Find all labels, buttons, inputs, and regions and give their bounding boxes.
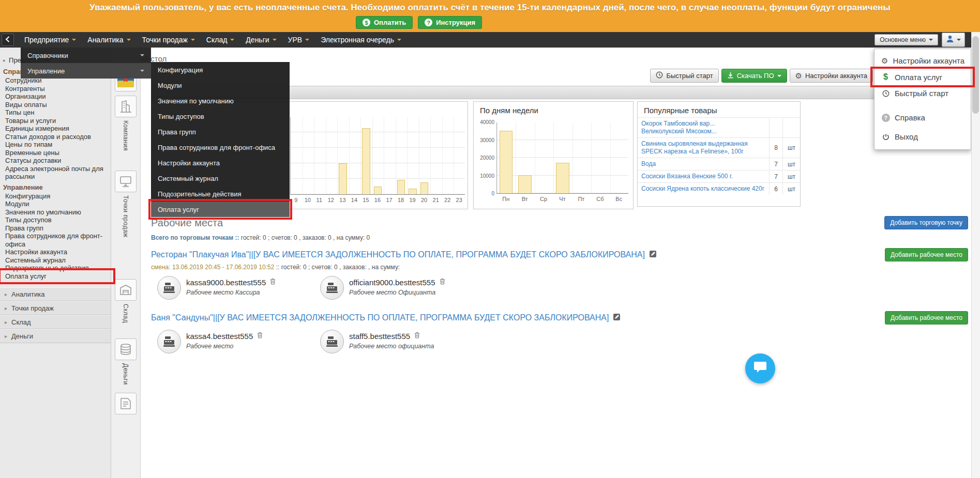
management-menu-item-4[interactable]: Права групп: [151, 124, 290, 140]
sidebar-item[interactable]: Статусы доставки: [0, 157, 111, 165]
menubar-item-2[interactable]: Точки продаж: [137, 32, 201, 48]
pos-icon[interactable]: [115, 171, 137, 192]
product-link[interactable]: Вода: [638, 158, 769, 170]
trash-icon[interactable]: [414, 331, 420, 341]
sidebar-section-2[interactable]: ▸Склад: [0, 315, 111, 329]
sidebar-item[interactable]: Значения по умолчанию: [0, 208, 111, 217]
doc-icon[interactable]: [115, 393, 137, 414]
workstation-name[interactable]: officiant9000.besttest555: [349, 278, 435, 287]
rail-item-doc[interactable]: [114, 393, 137, 414]
outlet-link[interactable]: Баня "Сандуны"||[У ВАС ИМЕЕТСЯ ЗАДОЛЖЕНН…: [151, 313, 609, 322]
sidebar-section-3[interactable]: ▸Деньги: [0, 329, 111, 343]
management-menu-item-8[interactable]: Подозрительные действия: [151, 186, 290, 202]
user-menu-item-0[interactable]: ⚙Настройки аккаунта: [875, 53, 971, 69]
x-axis-label: Ср: [534, 196, 553, 202]
trash-icon[interactable]: [440, 277, 445, 287]
chat-widget-button[interactable]: [745, 353, 775, 383]
add-outlet-button[interactable]: Добавить торговую точку: [884, 216, 968, 229]
management-menu-item-3[interactable]: Типы доступов: [151, 109, 290, 124]
sidebar-item[interactable]: Настройки аккаунта: [0, 248, 111, 256]
sidebar-item[interactable]: Права групп: [0, 224, 111, 233]
outlet-link[interactable]: Ресторан "Плакучая Ива"||[У ВАС ИМЕЕТСЯ …: [151, 250, 645, 259]
sidebar-item[interactable]: Системный журнал: [0, 256, 111, 265]
instruction-button[interactable]: ?Инструкция: [418, 16, 482, 29]
chart-bar: [409, 189, 417, 194]
gear-icon: ⚙: [881, 57, 888, 65]
sidebar-item[interactable]: Адреса электронной почты для рассылки: [0, 165, 111, 181]
product-link[interactable]: Свинина сыровяленая выдержанная SPECK на…: [638, 138, 769, 158]
management-menu-item-2[interactable]: Значения по умолчанию: [151, 93, 290, 109]
rail-item-money[interactable]: Деньги: [114, 338, 137, 385]
product-link[interactable]: Сосиски Вязанка Венские 500 г.: [638, 171, 769, 182]
workstation-name[interactable]: kassa4.besttest555: [186, 332, 253, 341]
trash-icon[interactable]: [257, 331, 263, 341]
add-workplace-button[interactable]: Добавить рабочее место: [885, 311, 968, 325]
warehouse-icon[interactable]: [115, 279, 137, 301]
sidebar-item[interactable]: Статьи доходов и расходов: [0, 133, 111, 141]
rail-item-pos[interactable]: Точки продаж: [114, 171, 137, 238]
menubar-item-6[interactable]: Электронная очередь: [315, 32, 407, 48]
management-menu-item-7[interactable]: Системный журнал: [151, 171, 290, 186]
main-menu-button[interactable]: Основное меню: [875, 34, 938, 45]
edit-icon[interactable]: [649, 250, 657, 260]
y-axis-label: 20000: [475, 155, 494, 161]
menubar-item-0[interactable]: Предприятие: [19, 32, 82, 48]
menubar-item-1[interactable]: Аналитика: [82, 32, 136, 48]
workstation-card: officiant9000.besttest555Рабочее место О…: [320, 276, 475, 300]
toolbar-button-0[interactable]: Быстрый старт: [650, 69, 718, 83]
edit-icon[interactable]: [613, 313, 621, 323]
menubar-item-5[interactable]: УРВ: [282, 32, 315, 48]
sidebar-item-oplata-uslug[interactable]: Оплата услуг: [0, 272, 111, 281]
money-icon[interactable]: [115, 338, 137, 360]
sidebar-item[interactable]: Права сотрудников для фронт-офиса: [0, 232, 111, 248]
sidebar-item[interactable]: Организации: [0, 92, 111, 101]
product-link[interactable]: Сосиски Ядрена копоть классические 420г: [638, 183, 769, 195]
question-circle-icon: ?: [425, 19, 432, 26]
enterprise-menu-item-0[interactable]: Справочники: [21, 48, 151, 63]
back-button[interactable]: [2, 34, 14, 46]
enterprise-menu-item-1[interactable]: Управление: [21, 63, 151, 79]
user-menu-item-2[interactable]: Быстрый старт: [875, 85, 971, 101]
sidebar-group-header-1[interactable]: Управление: [0, 183, 111, 192]
management-menu-item-5[interactable]: Права сотрудников для фронт-офиса: [151, 140, 290, 155]
company-icon[interactable]: [115, 96, 137, 117]
sidebar-item[interactable]: Единицы измерения: [0, 125, 111, 133]
sidebar-item[interactable]: Товары и услуги: [0, 117, 111, 125]
rail-label: Склад: [122, 304, 129, 323]
sidebar-item[interactable]: Подозрительные действия: [0, 264, 111, 272]
toolbar-button-1[interactable]: Скачать ПО: [721, 69, 787, 83]
trash-icon[interactable]: [270, 277, 276, 287]
management-menu-item-0[interactable]: Конфигурация: [151, 62, 290, 78]
workstation-name[interactable]: staff5.besttest555: [349, 332, 410, 341]
rail-item-company[interactable]: Компания: [114, 96, 137, 151]
management-menu-item-6[interactable]: Настройки аккаунта: [151, 155, 290, 171]
menubar-item-4[interactable]: Деньги: [240, 32, 282, 48]
sidebar-section-1[interactable]: ▸Точки продаж: [0, 301, 111, 315]
user-menu-button[interactable]: [942, 33, 965, 47]
workstation-name[interactable]: kassa9000.besttest555: [186, 278, 266, 287]
rail-item-warehouse[interactable]: Склад: [114, 279, 137, 323]
user-menu-item-4[interactable]: Выход: [875, 129, 971, 145]
sidebar-item[interactable]: Модули: [0, 200, 111, 208]
sidebar-item[interactable]: Цены по типам: [0, 141, 111, 149]
sidebar-item[interactable]: Конфигурация: [0, 192, 111, 201]
pay-button[interactable]: $Оплатить: [356, 16, 413, 29]
sidebar-section-0[interactable]: ▸Аналитика: [0, 287, 111, 301]
summary-stats: гостей: 0 ; счетов: 0 , заказов: 0 , на …: [241, 234, 370, 241]
add-workplace-button[interactable]: Добавить рабочее место: [885, 248, 968, 261]
x-axis-label: 18: [395, 197, 407, 203]
sidebar-item[interactable]: Временные цены: [0, 149, 111, 157]
toolbar-button-2[interactable]: ⚙Настройки аккаунта: [790, 69, 873, 83]
sidebar-item[interactable]: Контрагенты: [0, 85, 111, 93]
management-menu-item-9[interactable]: Оплата услуг: [151, 202, 290, 217]
sidebar-item[interactable]: Виды оплаты: [0, 101, 111, 109]
scrollbar-thumb[interactable]: [972, 36, 979, 114]
menubar-item-3[interactable]: Склад: [201, 32, 240, 48]
sidebar-item[interactable]: Типы цен: [0, 109, 111, 117]
sidebar-item[interactable]: Типы доступов: [0, 216, 111, 224]
management-menu-item-1[interactable]: Модули: [151, 78, 290, 93]
product-link[interactable]: Окорок Тамбовский вар... Великолукский М…: [638, 118, 769, 137]
sidebar: ▸ПредприятиеСправочникиСотрудникиКонтраг…: [0, 48, 111, 478]
user-menu-item-3[interactable]: ?Справка: [875, 110, 971, 126]
user-menu-item-1[interactable]: $Оплата услуг: [875, 69, 971, 85]
